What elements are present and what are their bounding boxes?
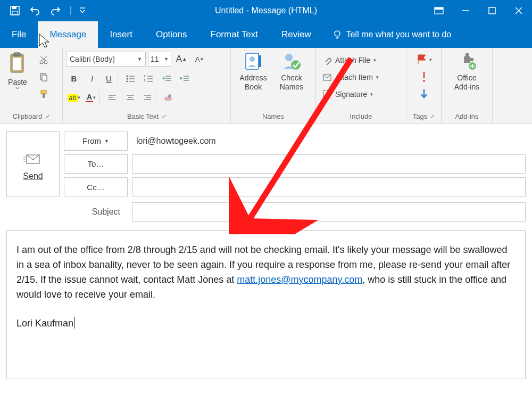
ribbon-tabs: File Message Insert Options Format Text … [0,21,532,48]
group-tags: ▾ Tags⤢ [406,48,442,123]
undo-icon[interactable] [26,0,45,21]
dialog-launcher-icon[interactable]: ⤢ [162,113,166,119]
group-addins: Office Add-ins Add-ins [442,48,493,123]
align-right-icon[interactable] [140,89,156,105]
underline-button[interactable]: U [102,70,118,86]
group-basic-text-label: Basic Text [127,112,159,120]
svg-text:3: 3 [144,80,146,82]
font-size-combo[interactable]: 11▼ [148,52,171,67]
tab-insert[interactable]: Insert [98,21,144,48]
office-addins-button[interactable]: Office Add-ins [446,50,488,92]
dialog-launcher-icon[interactable]: ⤢ [45,113,49,119]
svg-rect-6 [435,7,443,10]
body-signature: Lori Kaufman [16,316,516,331]
subject-field[interactable] [132,202,526,222]
group-basic-text: Calibri (Body)▼ 11▼ A▲ A▼ B I U 123 ab▾ … [63,48,231,123]
group-addins-label: Add-ins [445,110,489,122]
maximize-icon[interactable] [479,0,505,21]
decrease-indent-icon[interactable] [159,70,174,86]
svg-rect-15 [14,53,20,56]
send-button[interactable]: Send [6,131,60,197]
svg-point-17 [40,61,43,64]
cc-field[interactable] [132,177,526,196]
svg-rect-1 [12,6,16,9]
bullets-icon[interactable] [122,70,138,86]
shrink-font-icon[interactable]: A▼ [192,51,207,67]
compose-area: Send From▼ lori@howtogeek.com To… Cc… Su… [0,124,532,386]
titlebar: Untitled - Message (HTML) [0,0,532,21]
window-controls [426,0,532,21]
attach-item-button[interactable]: Attach Item▾ [319,69,382,85]
tab-file[interactable]: File [0,21,38,48]
tab-format-text[interactable]: Format Text [199,21,270,48]
svg-line-19 [41,56,47,61]
paperclip-icon [322,55,332,65]
minimize-icon[interactable] [452,0,479,21]
increase-indent-icon[interactable] [177,70,193,86]
svg-point-18 [44,61,47,64]
from-button[interactable]: From▼ [64,132,128,151]
cc-button[interactable]: Cc… [64,177,128,196]
check-names-icon [281,51,302,72]
svg-rect-22 [42,75,47,81]
dialog-launcher-icon[interactable]: ⤢ [430,113,435,119]
clear-formatting-icon[interactable] [161,89,177,105]
group-include-label: Include [319,110,403,122]
redo-icon[interactable] [46,0,65,21]
grow-font-icon[interactable]: A▲ [173,51,189,67]
svg-rect-56 [259,55,261,67]
signature-button[interactable]: Signature▾ [319,86,382,102]
tab-options[interactable]: Options [144,21,199,48]
to-button[interactable]: To… [64,154,128,174]
attach-file-button[interactable]: Attach File▾ [319,52,382,68]
group-names-label: Names [234,110,312,122]
close-icon[interactable] [505,0,532,21]
signature-icon [322,89,332,99]
low-importance-icon[interactable] [416,86,432,101]
to-field[interactable] [132,154,526,174]
svg-rect-24 [43,94,45,98]
save-icon[interactable] [5,0,24,21]
check-names-button[interactable]: Check Names [272,50,311,92]
qat-customize-icon[interactable] [77,0,88,21]
svg-rect-23 [41,91,46,94]
bold-button[interactable]: B [66,70,82,86]
window-title: Untitled - Message (HTML) [215,0,317,21]
from-value: lori@howtogeek.com [132,132,526,151]
address-book-label: Address Book [239,73,267,92]
svg-rect-2 [12,11,18,14]
tab-message[interactable]: Message [38,21,98,48]
font-name-combo[interactable]: Calibri (Body)▼ [66,52,146,67]
svg-rect-52 [165,97,171,100]
svg-rect-65 [470,58,473,61]
tell-me-search[interactable]: Tell me what you want to do [323,21,461,48]
body-email-link[interactable]: matt.jones@mycompany.com [237,274,362,285]
paste-button[interactable]: Paste [3,50,32,89]
follow-up-icon[interactable]: ▾ [416,52,432,67]
address-book-button[interactable]: Address Book [234,50,272,92]
ribbon-display-icon[interactable] [426,0,452,21]
align-left-icon[interactable] [104,89,120,105]
numbering-icon[interactable]: 123 [140,70,156,86]
copy-icon[interactable] [36,70,51,84]
chevron-down-icon [15,86,20,89]
svg-point-55 [250,56,255,62]
attach-item-icon [322,72,332,82]
font-color-icon[interactable]: A▾ [84,89,100,105]
cut-icon[interactable] [36,53,51,67]
highlight-color-icon[interactable]: ab▾ [66,89,82,105]
paste-label: Paste [8,78,27,86]
tab-review[interactable]: Review [270,21,323,48]
align-center-icon[interactable] [122,89,138,105]
svg-point-62 [423,80,425,82]
format-painter-icon[interactable] [36,87,51,101]
text-caret [74,317,74,329]
svg-point-27 [127,78,128,80]
svg-point-57 [285,54,293,61]
italic-button[interactable]: I [84,70,100,86]
high-importance-icon[interactable] [416,69,432,84]
group-clipboard-label: Clipboard [13,112,43,120]
group-tags-label: Tags [413,112,427,120]
message-body[interactable]: I am out of the office from 2/8 through … [6,230,526,379]
svg-point-58 [291,60,301,70]
